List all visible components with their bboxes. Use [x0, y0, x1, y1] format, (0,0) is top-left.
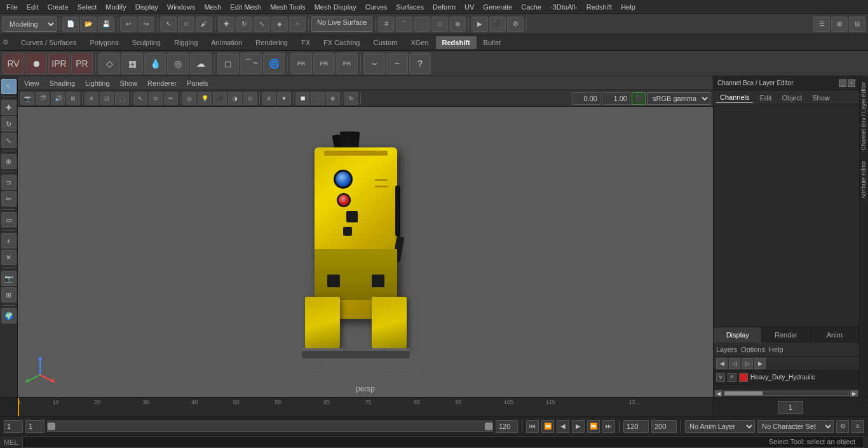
menu-cache[interactable]: Cache: [517, 2, 545, 12]
shelf-ipr-button[interactable]: IPR: [48, 53, 70, 74]
vp-xray-btn[interactable]: X: [262, 92, 276, 105]
tab-animation[interactable]: Animation: [205, 36, 248, 49]
tab-rigging[interactable]: Rigging: [168, 36, 204, 49]
shelf-diamond-button[interactable]: ◇: [98, 53, 120, 74]
tab-polygons[interactable]: Polygons: [83, 36, 125, 49]
shelf-cube-button[interactable]: ◻: [217, 53, 239, 74]
snap-to-curve-button[interactable]: ⌒: [396, 17, 412, 32]
vp-wire-btn[interactable]: ⊡: [100, 92, 114, 105]
shelf-pr-button[interactable]: PR: [71, 53, 93, 74]
shelf-rec-button[interactable]: ⏺: [25, 53, 47, 74]
tab-custom[interactable]: Custom: [367, 36, 404, 49]
snap-live-button[interactable]: ⊕: [449, 17, 466, 32]
le-tab-anim[interactable]: Anim: [811, 327, 859, 343]
shelf-drop-button[interactable]: 💧: [144, 53, 166, 74]
layer-color-swatch[interactable]: [739, 373, 748, 382]
render-view-button[interactable]: ▶: [471, 17, 488, 32]
select-tool[interactable]: ↖: [1, 79, 17, 94]
marquee-tool[interactable]: ▭: [1, 212, 17, 227]
camera-y-field[interactable]: [602, 92, 630, 105]
shelf-settings-icon[interactable]: ⚙: [3, 38, 9, 46]
shelf-bowl-button[interactable]: ⌣: [363, 53, 385, 74]
no-live-surface-btn[interactable]: No Live Surface: [311, 17, 372, 32]
ipr-render-button[interactable]: ⬛: [489, 17, 506, 32]
cb-tab-object[interactable]: Object: [778, 93, 806, 103]
layout-button[interactable]: ⊞: [831, 17, 848, 32]
vp-cam-btn[interactable]: 📷: [20, 92, 34, 105]
anim-end-input[interactable]: [623, 420, 649, 433]
shelf-rv-button[interactable]: RV: [3, 53, 24, 74]
layer-v-btn[interactable]: V: [716, 373, 725, 382]
mode-dropdown[interactable]: Modeling Rigging Animation FX Rendering: [3, 17, 57, 32]
panel-close-btn[interactable]: ×: [848, 79, 855, 87]
snap-to-point-button[interactable]: ·: [414, 17, 430, 32]
menu-help[interactable]: Help: [617, 2, 639, 12]
menu-modify[interactable]: Modify: [102, 2, 130, 12]
rotate-tool-button[interactable]: ↻: [236, 17, 252, 32]
menu-mesh-display[interactable]: Mesh Display: [311, 2, 360, 12]
menu-uv[interactable]: UV: [461, 2, 478, 12]
go-to-start-btn[interactable]: ⏮: [526, 420, 539, 433]
vp-film-btn[interactable]: 🎬: [36, 92, 50, 105]
vp-paint-btn[interactable]: ✏: [164, 92, 178, 105]
panels-menu[interactable]: Panels: [184, 78, 211, 88]
vp-ao-btn[interactable]: ⊙: [243, 92, 257, 105]
shelf-pr3-button[interactable]: PR: [336, 53, 358, 74]
undo-button[interactable]: ↩: [120, 17, 137, 32]
paint-select-button[interactable]: 🖌: [196, 17, 212, 32]
open-scene-button[interactable]: 📂: [80, 17, 97, 32]
vp-loop-btn[interactable]: ↻: [344, 92, 358, 105]
gamma-dropdown[interactable]: sRGB gamma Linear Raw: [647, 92, 710, 105]
range-left-handle[interactable]: [48, 423, 55, 430]
vp-obj-btn[interactable]: ⬚: [115, 92, 129, 105]
ui-elements-button[interactable]: ☰: [813, 17, 830, 32]
play-back-btn[interactable]: ◀: [557, 420, 569, 433]
menu-deform[interactable]: Deform: [429, 2, 459, 12]
layer-row-heavy-duty[interactable]: V P Heavy_Duty_Hydraulic: [714, 370, 859, 384]
shelf-spiral-button[interactable]: 🌀: [263, 53, 285, 74]
layer-p-btn[interactable]: P: [728, 373, 736, 382]
tab-curves-surfaces[interactable]: Curves / Surfaces: [15, 36, 83, 49]
move-tool-button[interactable]: ✚: [218, 17, 234, 32]
menu-windows[interactable]: Windows: [163, 2, 200, 12]
shelf-cloud-button[interactable]: ☁: [190, 53, 212, 74]
menu-edit[interactable]: Edit: [23, 2, 43, 12]
help-menu-layer[interactable]: Help: [769, 346, 783, 353]
shelf-sphere-button[interactable]: ◎: [167, 53, 189, 74]
3d-viewport[interactable]: persp: [18, 107, 713, 397]
anim-extra-btn[interactable]: ≡: [851, 420, 864, 433]
le-tab-render[interactable]: Render: [762, 327, 810, 343]
workspaces-button[interactable]: ⊟: [849, 17, 865, 32]
menu-redshift[interactable]: Redshift: [583, 2, 616, 12]
range-right-handle[interactable]: [485, 423, 492, 430]
vp-snap-point-btn[interactable]: ·: [311, 92, 325, 105]
renderer-menu[interactable]: Renderer: [145, 78, 179, 88]
options-menu[interactable]: Options: [741, 346, 765, 353]
scale-tool-button[interactable]: ⤡: [254, 17, 270, 32]
cb-tab-show[interactable]: Show: [808, 93, 834, 103]
new-scene-button[interactable]: 📄: [62, 17, 79, 32]
soft-mod-button[interactable]: ○: [289, 17, 306, 32]
tab-xgen[interactable]: XGen: [404, 36, 435, 49]
current-frame-input[interactable]: [778, 401, 803, 414]
vp-select-btn[interactable]: ↖: [133, 92, 147, 105]
anim-range-input[interactable]: [651, 420, 677, 433]
character-set-dropdown[interactable]: No Character Set: [757, 420, 834, 433]
lighting-menu[interactable]: Lighting: [83, 78, 112, 88]
shelf-pr1-button[interactable]: PR: [290, 53, 312, 74]
shelf-wave-button[interactable]: ~: [386, 53, 408, 74]
attr-editor-tab-vertical[interactable]: Attribute Editor: [860, 156, 868, 204]
layer-scroll-left[interactable]: ◀: [715, 390, 722, 397]
step-back-btn[interactable]: ⏪: [541, 420, 554, 433]
vp-iso-btn[interactable]: ▼: [277, 92, 291, 105]
anim-preferences-btn[interactable]: ⚙: [836, 420, 849, 433]
shelf-question-button[interactable]: ?: [409, 53, 431, 74]
camera-x-field[interactable]: [572, 92, 600, 105]
transform-tool[interactable]: ✚: [1, 100, 17, 115]
layer-arrow-right-btn[interactable]: ▷: [742, 358, 753, 369]
mirror-tool[interactable]: ⊞: [1, 287, 17, 302]
vp-grid-btn[interactable]: #: [85, 92, 98, 105]
range-end-input[interactable]: [496, 420, 518, 433]
snap-to-grid-button[interactable]: #: [378, 17, 395, 32]
view-menu[interactable]: View: [22, 78, 42, 88]
